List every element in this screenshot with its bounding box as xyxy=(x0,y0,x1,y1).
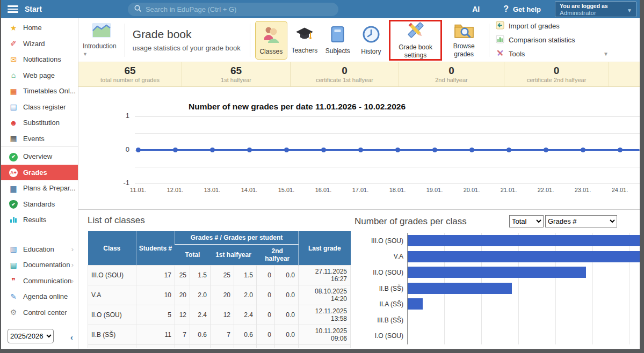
table-row[interactable]: V.A10202.0202.000.008.10.2025 14:20 xyxy=(88,285,351,305)
data-point xyxy=(581,148,585,152)
area-chart-icon xyxy=(91,23,112,40)
chevron-down-icon: ▼ xyxy=(627,8,632,13)
ai-button[interactable]: AI xyxy=(472,5,480,13)
sidebar-item-timetables-onl[interactable]: ▦Timetables Onl... xyxy=(1,83,78,99)
sidebar-item-communication[interactable]: ❞Communication› xyxy=(1,273,78,289)
search-box[interactable] xyxy=(128,3,338,16)
browse-grades-button[interactable]: Browse grades xyxy=(444,20,483,61)
sidebar-item-overview[interactable]: ✔Overview xyxy=(1,149,78,165)
table-cell: 0 xyxy=(257,305,275,325)
house-icon: ⌂ xyxy=(8,71,19,79)
hamburger-menu-icon[interactable] xyxy=(8,4,18,14)
gear-icon: ⚙ xyxy=(8,308,19,316)
table-cell: II.O (SOU) xyxy=(88,305,136,325)
grid-line xyxy=(135,116,640,117)
sidebar-item-web-page[interactable]: ⌂Web page xyxy=(1,68,78,84)
col-header-1st-halfyear[interactable]: 1st halfyear xyxy=(211,245,257,266)
table-cell: 0.1 xyxy=(234,345,257,349)
table-row[interactable]: II.A (SŠ)710.110.100.018.09.2025 09:18 xyxy=(88,345,351,349)
table-cell: 12 xyxy=(211,305,234,325)
sidebar-item-plans-prepar[interactable]: ▆Plans & Prepar... xyxy=(1,180,78,196)
table-cell: 20 xyxy=(211,285,234,305)
sidebar-item-grades[interactable]: A+Grades xyxy=(1,165,78,181)
menu-item-comparison-statistics[interactable]: Comparison statistics xyxy=(496,35,635,45)
bar[interactable] xyxy=(408,298,423,310)
bar[interactable] xyxy=(408,235,640,246)
bar[interactable] xyxy=(408,267,586,278)
x-tick-label: 14.01. xyxy=(237,187,261,193)
sidebar-item-class-register[interactable]: ▤Class register xyxy=(1,99,78,115)
sidebar-item-label: Events xyxy=(23,135,45,143)
sidebar-item-agenda-online[interactable]: ✎Agenda online xyxy=(1,289,78,305)
introduction-button[interactable]: Introduction ▼ xyxy=(83,23,120,57)
data-point xyxy=(544,148,548,152)
table-row[interactable]: II.O (SOU)5122.4122.400.012.11.2025 13:5… xyxy=(88,305,351,325)
sidebar-item-label: Home xyxy=(23,24,42,32)
stat-value: 0 xyxy=(342,65,348,77)
bar-category-label: III.O (SOU) xyxy=(354,233,407,249)
bar-chart-icon xyxy=(8,216,19,224)
table-cell: 1 xyxy=(211,345,234,349)
sidebar-item-documentation[interactable]: ▤Documentation› xyxy=(1,257,78,273)
bar[interactable] xyxy=(408,283,512,294)
table-cell: 1.5 xyxy=(190,266,211,285)
sidebar-collapse-chevron-icon[interactable]: ‹ xyxy=(70,333,73,342)
table-cell: 0.6 xyxy=(190,325,211,345)
col-header-2nd-halfyear[interactable]: 2nd halfyear xyxy=(257,245,299,266)
sidebar-item-wizard[interactable]: ✐Wizard xyxy=(1,36,78,52)
sidebar-item-results[interactable]: Results xyxy=(1,212,78,228)
chat-icon: ❞ xyxy=(8,277,19,284)
tab-label: Teachers xyxy=(291,47,317,54)
sidebar-item-label: Documentation xyxy=(23,261,70,269)
envelope-icon: ✉ xyxy=(8,56,19,63)
divider xyxy=(250,24,250,57)
grid-line xyxy=(135,167,640,167)
page-title: Grade book xyxy=(133,28,242,41)
school-year-select[interactable]: 2025/2026 xyxy=(8,329,54,343)
search-icon xyxy=(134,4,142,14)
table-row[interactable]: II.B (SŠ)1170.670.600.010.11.2025 09:06 xyxy=(88,325,351,345)
table-cell: 2.4 xyxy=(190,305,211,325)
tab-label: Classes xyxy=(259,48,283,55)
col-header-grades-group: Grades # / Grades per student xyxy=(175,231,299,245)
stat-certificate-1st-halfyear: 0certificate 1st halfyear xyxy=(291,62,399,86)
tab-teachers[interactable]: Teachers xyxy=(288,21,321,60)
table-cell: 0.0 xyxy=(275,325,299,345)
menu-item-import-of-grades[interactable]: Import of grades xyxy=(496,21,635,31)
table-row[interactable]: III.O (SOU)17251.5251.500.027.11.2025 16… xyxy=(88,266,351,285)
chevron-down-icon[interactable]: ▼ xyxy=(603,51,635,57)
table-cell: 0.6 xyxy=(234,325,257,345)
menu-item-tools[interactable]: Tools ▼ xyxy=(496,49,635,59)
bar[interactable] xyxy=(408,251,640,262)
check-circle-icon: ✔ xyxy=(8,152,19,161)
total-filter-select[interactable]: Total xyxy=(509,215,544,227)
grades-filter-select[interactable]: Grades # xyxy=(545,215,617,227)
sidebar-item-control-center[interactable]: ⚙Control center xyxy=(1,305,78,321)
sidebar-group-1: ★Home✐Wizard✉Notifications⌂Web page▦Time… xyxy=(1,18,78,146)
sidebar-item-education[interactable]: ▥Education› xyxy=(1,241,78,258)
tab-subjects[interactable]: Subjects xyxy=(322,21,354,60)
col-header-class[interactable]: Class xyxy=(88,231,136,266)
sidebar-item-substitution[interactable]: ☻Substitution xyxy=(1,115,78,131)
sidebar-item-label: Control center xyxy=(23,308,67,317)
chart-title: Number of new grades per date 11.01.2026… xyxy=(189,102,406,112)
account-menu[interactable]: You are logged as Administrator ▼ xyxy=(555,1,636,17)
table-cell: 7 xyxy=(175,325,190,345)
grades-per-class-heading: Number of grades per class xyxy=(354,216,467,227)
tab-history[interactable]: History xyxy=(355,21,387,60)
sidebar-item-notifications[interactable]: ✉Notifications xyxy=(1,52,78,68)
tab-classes[interactable]: Classes xyxy=(255,21,287,60)
get-help-link[interactable]: ? Get help xyxy=(503,4,541,14)
data-point xyxy=(321,148,326,152)
sidebar-item-standards[interactable]: ✔Standards xyxy=(1,196,78,212)
search-input[interactable] xyxy=(146,5,332,13)
col-header-total[interactable]: Total xyxy=(175,245,211,266)
sidebar-item-home[interactable]: ★Home xyxy=(1,20,78,36)
col-header-last-grade[interactable]: Last grade xyxy=(299,231,351,266)
sidebar-item-label: Overview xyxy=(23,152,52,160)
sidebar-item-events[interactable]: ▦Events xyxy=(1,131,78,147)
start-menu[interactable]: Start xyxy=(25,5,42,13)
sidebar-group-2: ✔OverviewA+Grades▆Plans & Prepar...✔Stan… xyxy=(1,146,78,228)
grade-book-settings-button[interactable]: Grade book settings xyxy=(389,20,442,61)
col-header-students[interactable]: Students # xyxy=(136,231,175,266)
